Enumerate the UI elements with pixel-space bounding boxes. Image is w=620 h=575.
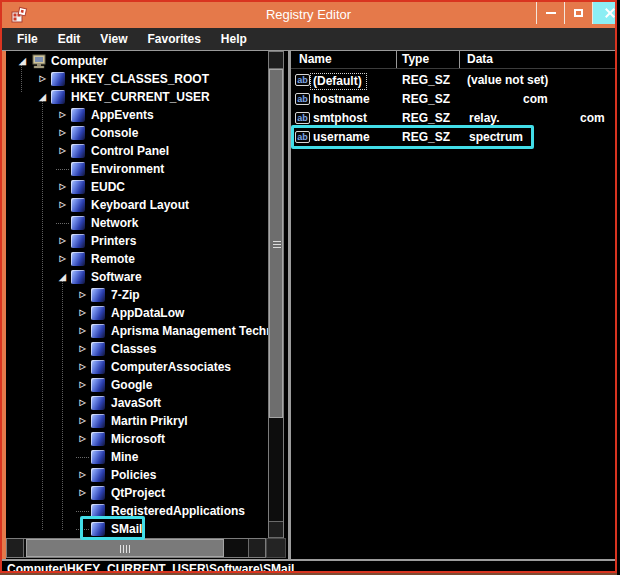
registry-key-icon <box>91 522 105 536</box>
tree-item-control-panel[interactable]: ▷Control Panel <box>6 142 268 160</box>
tree-item-javasoft[interactable]: ▷JavaSoft <box>6 394 268 412</box>
collapse-arrow-icon[interactable]: ◢ <box>16 52 29 70</box>
value-row-default[interactable]: ab(Default)REG_SZ(value not set) <box>291 71 615 90</box>
tree-item-environment[interactable]: Environment <box>6 160 268 178</box>
tree-item-appevents[interactable]: ▷AppEvents <box>6 106 268 124</box>
scrollbar-thumb[interactable] <box>26 539 224 557</box>
tree-item-smail[interactable]: SMail <box>6 520 268 538</box>
value-row-hostname[interactable]: abhostnameREG_SZcom <box>291 90 615 109</box>
expand-arrow-icon[interactable]: ▷ <box>76 286 89 304</box>
value-data: com <box>523 92 548 106</box>
tree-item-label: Printers <box>90 234 136 248</box>
registry-key-icon <box>71 144 85 158</box>
tree-item-label: Computer <box>50 54 108 68</box>
tree-item-label: Microsoft <box>110 432 165 446</box>
value-name: hostname <box>313 92 370 106</box>
value-row-username[interactable]: abusernameREG_SZspectrum <box>291 128 615 147</box>
expand-arrow-icon[interactable]: ▷ <box>56 142 69 160</box>
tree-item-network[interactable]: Network <box>6 214 268 232</box>
registry-key-icon <box>91 450 105 464</box>
expand-arrow-icon[interactable]: ▷ <box>76 376 89 394</box>
scroll-left-arrow[interactable] <box>7 539 24 557</box>
tree-item-microsoft[interactable]: ▷Microsoft <box>6 430 268 448</box>
tree-item-computerassociates[interactable]: ▷ComputerAssociates <box>6 358 268 376</box>
expand-arrow-icon[interactable]: ▷ <box>56 178 69 196</box>
tree-item-eudc[interactable]: ▷EUDC <box>6 178 268 196</box>
expand-arrow-icon[interactable]: ▷ <box>56 124 69 142</box>
expand-arrow-icon[interactable]: ▷ <box>76 322 89 340</box>
collapse-arrow-icon[interactable]: ◢ <box>56 268 69 286</box>
tree-item-keyboard-layout[interactable]: ▷Keyboard Layout <box>6 196 268 214</box>
expand-arrow-icon[interactable]: ▷ <box>36 70 49 88</box>
menu-file[interactable]: File <box>8 30 47 48</box>
maximize-button[interactable] <box>564 2 592 24</box>
column-header-name[interactable]: Name <box>299 52 332 66</box>
value-row-smtphost[interactable]: absmtphostREG_SZrelay.com <box>291 109 615 128</box>
tree-horizontal-scrollbar[interactable] <box>6 538 266 558</box>
tree-vertical-scrollbar[interactable] <box>268 51 284 539</box>
column-separator[interactable] <box>396 51 397 68</box>
expand-arrow-icon[interactable]: ▷ <box>76 394 89 412</box>
list-header-row: NameTypeData <box>291 51 615 69</box>
expand-arrow-icon[interactable]: ▷ <box>56 196 69 214</box>
scroll-down-arrow[interactable] <box>269 521 283 538</box>
expand-arrow-icon[interactable]: ▷ <box>76 484 89 502</box>
tree-item-printers[interactable]: ▷Printers <box>6 232 268 250</box>
value-data: spectrum <box>469 130 523 144</box>
tree-item-label: HKEY_CURRENT_USER <box>70 90 210 104</box>
close-button[interactable] <box>592 2 615 24</box>
tree-item-policies[interactable]: ▷Policies <box>6 466 268 484</box>
expand-arrow-icon[interactable]: ▷ <box>56 106 69 124</box>
leaf-connector <box>76 511 89 512</box>
scrollbar-corner <box>266 538 286 558</box>
expand-arrow-icon[interactable]: ▷ <box>76 358 89 376</box>
scroll-right-arrow[interactable] <box>248 539 265 557</box>
tree-item-7-zip[interactable]: ▷7-Zip <box>6 286 268 304</box>
collapse-arrow-icon[interactable]: ◢ <box>36 88 49 106</box>
menu-edit[interactable]: Edit <box>49 30 90 48</box>
pane-top-border <box>2 50 615 51</box>
expand-arrow-icon[interactable]: ▷ <box>76 430 89 448</box>
tree-item-mine[interactable]: Mine <box>6 448 268 466</box>
tree-item-software[interactable]: ◢Software <box>6 268 268 286</box>
tree-item-qtproject[interactable]: ▷QtProject <box>6 484 268 502</box>
tree-item-computer[interactable]: ◢Computer <box>6 52 268 70</box>
tree-item-appdatalow[interactable]: ▷AppDataLow <box>6 304 268 322</box>
menu-view[interactable]: View <box>91 30 136 48</box>
menu-help[interactable]: Help <box>212 30 256 48</box>
registry-key-icon <box>71 252 85 266</box>
title-bar[interactable]: Registry Editor <box>2 2 615 28</box>
value-name: (Default) <box>310 73 367 90</box>
expand-arrow-icon[interactable]: ▷ <box>76 304 89 322</box>
tree-item-google[interactable]: ▷Google <box>6 376 268 394</box>
expand-arrow-icon[interactable]: ▷ <box>56 250 69 268</box>
column-header-type[interactable]: Type <box>402 52 429 66</box>
minimize-button[interactable] <box>536 2 564 24</box>
column-separator[interactable] <box>459 51 460 68</box>
expand-arrow-icon[interactable]: ▷ <box>76 466 89 484</box>
tree-item-label: Aprisma Management Techno <box>110 324 268 338</box>
expand-arrow-icon[interactable]: ▷ <box>56 232 69 250</box>
registry-tree-pane: ◢Computer▷HKEY_CLASSES_ROOT◢HKEY_CURRENT… <box>6 51 288 559</box>
leaf-connector <box>56 169 69 170</box>
tree-item-classes[interactable]: ▷Classes <box>6 340 268 358</box>
expand-arrow-icon[interactable]: ▷ <box>76 412 89 430</box>
registry-key-icon <box>91 324 105 338</box>
menu-favorites[interactable]: Favorites <box>138 30 209 48</box>
expand-arrow-icon[interactable]: ▷ <box>76 340 89 358</box>
tree-item-hkey-classes-root[interactable]: ▷HKEY_CLASSES_ROOT <box>6 70 268 88</box>
tree-item-hkey-current-user[interactable]: ◢HKEY_CURRENT_USER <box>6 88 268 106</box>
pane-splitter[interactable] <box>288 50 291 559</box>
scrollbar-thumb[interactable] <box>269 69 283 418</box>
registry-key-icon <box>71 198 85 212</box>
scroll-up-arrow[interactable] <box>269 52 283 69</box>
computer-icon <box>30 54 46 69</box>
tree-item-registeredapplications[interactable]: RegisteredApplications <box>6 502 268 520</box>
tree-item-label: Environment <box>90 162 164 176</box>
tree-item-martin-prikryl[interactable]: ▷Martin Prikryl <box>6 412 268 430</box>
tree-item-console[interactable]: ▷Console <box>6 124 268 142</box>
leaf-connector <box>56 223 69 224</box>
tree-item-aprisma-management-techno[interactable]: ▷Aprisma Management Techno <box>6 322 268 340</box>
column-header-data[interactable]: Data <box>467 52 493 66</box>
tree-item-remote[interactable]: ▷Remote <box>6 250 268 268</box>
